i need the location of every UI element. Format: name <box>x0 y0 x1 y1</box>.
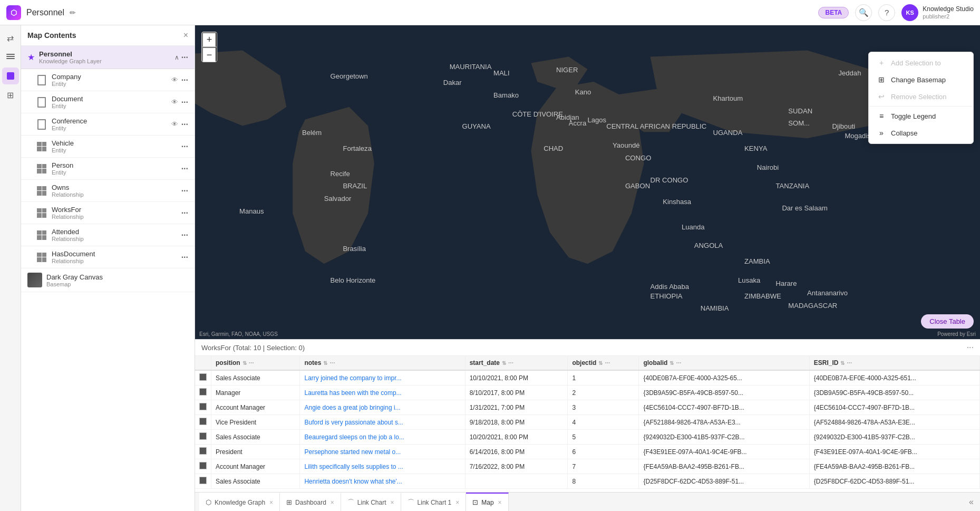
row-notes: Lilith specifically sells supplies to ..… <box>300 459 465 474</box>
layer-item-person[interactable]: Person Entity ··· <box>21 158 195 180</box>
layer-item-document[interactable]: Document Entity 👁 ··· <box>21 91 195 113</box>
table-row[interactable]: Vice President Buford is very passionate… <box>195 415 980 430</box>
tab-lc1-close[interactable]: × <box>455 499 459 506</box>
table-row[interactable]: Sales Associate Larry joined the company… <box>195 370 980 385</box>
search-button[interactable]: 🔍 <box>855 4 872 21</box>
svg-text:NIGER: NIGER <box>556 66 578 74</box>
row-check[interactable] <box>195 445 211 459</box>
row-check[interactable] <box>195 385 211 400</box>
tab-dash-close[interactable]: × <box>331 499 334 506</box>
eye-icon-company[interactable]: 👁 <box>171 76 178 84</box>
tab-dashboard[interactable]: ⊞ Dashboard × <box>280 493 341 512</box>
sort-objectid-icon[interactable]: ⇅ <box>598 360 603 366</box>
sort-notes-icon[interactable]: ⇅ <box>323 360 327 366</box>
layer-group-more-button[interactable]: ··· <box>181 53 188 62</box>
sidebar-collapse-button[interactable]: « <box>967 495 976 509</box>
topbar-left: ⬡ Personnel ✏ <box>6 5 76 20</box>
nav-icon-layers[interactable] <box>2 49 19 65</box>
layer-item-company[interactable]: Company Entity 👁 ··· <box>21 69 195 91</box>
table-row[interactable]: President Persephone started new metal o… <box>195 445 980 459</box>
tab-map-close[interactable]: × <box>498 499 502 506</box>
layer-item-owns[interactable]: Owns Relationship ··· <box>21 180 195 202</box>
table-row[interactable]: Account Manager Angie does a great job b… <box>195 400 980 415</box>
sort-start-date-icon[interactable]: ⇅ <box>502 360 506 366</box>
sort-position-icon[interactable]: ⇅ <box>242 360 247 366</box>
row-check[interactable] <box>195 415 211 430</box>
close-table-button[interactable]: Close Table <box>921 314 974 329</box>
layer-group: ★ Personnel Knowledge Graph Layer ∧ ··· <box>21 46 195 268</box>
row-objectid: 5 <box>568 430 639 445</box>
ctx-divider <box>869 106 973 107</box>
map-canvas[interactable]: BRAZIL CHAD Khartoum SUDAN Jeddah George… <box>195 25 980 339</box>
eye-icon-conference[interactable]: 👁 <box>171 120 178 128</box>
ctx-toggle-legend[interactable]: ≡ Toggle Legend <box>869 108 973 124</box>
row-check[interactable] <box>195 459 211 474</box>
row-check[interactable] <box>195 474 211 489</box>
layer-item-attended[interactable]: Attended Relationship ··· <box>21 224 195 246</box>
svg-text:Yaoundé: Yaoundé <box>613 141 639 149</box>
more-button-person[interactable]: ··· <box>181 164 188 173</box>
col-globalid-menu[interactable]: ··· <box>676 359 681 367</box>
table-header: WorksFor (Total: 10 | Selection: 0) ··· <box>195 340 980 356</box>
more-button-document[interactable]: ··· <box>181 98 188 107</box>
tab-link-chart-1[interactable]: ⌒ Link Chart 1 × <box>401 493 467 512</box>
sort-globalid-icon[interactable]: ⇅ <box>669 360 674 366</box>
eye-icon-document[interactable]: 👁 <box>171 98 178 106</box>
zoom-in-button[interactable]: + <box>202 32 217 47</box>
more-button-attended[interactable]: ··· <box>181 230 188 240</box>
sort-esri-id-icon[interactable]: ⇅ <box>840 360 845 366</box>
basemap-item[interactable]: Dark Gray Canvas Basemap <box>21 268 195 292</box>
nav-icon-connections[interactable]: ⇄ <box>2 30 19 46</box>
basemap-name: Dark Gray Canvas <box>46 273 188 281</box>
table-row[interactable]: Manager Lauretta has been with the comp.… <box>195 385 980 400</box>
sidebar-close-button[interactable]: × <box>183 31 188 40</box>
row-objectid: 3 <box>568 400 639 415</box>
layer-item-vehicle[interactable]: Vehicle Entity ··· <box>21 136 195 158</box>
row-position: Vice President <box>211 415 300 430</box>
layer-item-conference[interactable]: Conference Entity 👁 ··· <box>21 113 195 136</box>
more-button-vehicle[interactable]: ··· <box>181 142 188 151</box>
ctx-add-selection-label: Add Selection to <box>891 59 941 67</box>
col-objectid: objectid ⇅ ··· <box>568 356 639 370</box>
layer-group-header[interactable]: ★ Personnel Knowledge Graph Layer ∧ ··· <box>21 46 195 69</box>
col-notes-menu[interactable]: ··· <box>329 359 335 367</box>
nav-icon-map[interactable] <box>2 68 19 84</box>
more-button-hasdocument[interactable]: ··· <box>181 253 188 262</box>
row-check[interactable] <box>195 430 211 445</box>
sidebar-scroll[interactable]: ★ Personnel Knowledge Graph Layer ∧ ··· <box>21 46 195 511</box>
table-menu-button[interactable]: ··· <box>967 343 974 352</box>
tab-kg-close[interactable]: × <box>269 499 273 506</box>
row-notes: Beauregard sleeps on the job a lo... <box>300 430 465 445</box>
user-avatar: KS <box>901 4 918 21</box>
ctx-change-basemap[interactable]: ⊞ Change Basemap <box>869 71 973 88</box>
layer-item-hasdocument[interactable]: HasDocument Relationship ··· <box>21 246 195 268</box>
tab-lc-close[interactable]: × <box>391 499 394 506</box>
table-row[interactable]: Account Manager Lilith specifically sell… <box>195 459 980 474</box>
help-button[interactable]: ? <box>878 4 895 21</box>
layer-icon-company <box>36 74 47 86</box>
nav-icon-dashboard[interactable]: ⊞ <box>2 86 19 103</box>
tab-link-chart[interactable]: ⌒ Link Chart × <box>341 493 401 512</box>
col-position-menu[interactable]: ··· <box>249 359 254 367</box>
table-grid[interactable]: position ⇅ ··· notes ⇅ ··· <box>195 356 980 492</box>
col-objectid-menu[interactable]: ··· <box>605 359 610 367</box>
more-button-conference[interactable]: ··· <box>181 120 188 129</box>
edit-icon[interactable]: ✏ <box>70 8 76 17</box>
row-check[interactable] <box>195 400 211 415</box>
layer-item-worksfor[interactable]: WorksFor Relationship ··· <box>21 202 195 224</box>
table-row[interactable]: Sales Associate Beauregard sleeps on the… <box>195 430 980 445</box>
tab-map[interactable]: ⊡ Map × <box>466 493 508 512</box>
tab-knowledge-graph[interactable]: ⬡ Knowledge Graph × <box>199 493 280 512</box>
col-start-date-menu[interactable]: ··· <box>508 359 513 367</box>
more-button-worksfor[interactable]: ··· <box>181 208 188 218</box>
more-button-owns[interactable]: ··· <box>181 186 188 196</box>
table-row[interactable]: Sales Associate Henrietta doesn't know w… <box>195 474 980 489</box>
layer-name-worksfor: WorksFor <box>52 206 181 214</box>
more-button-company[interactable]: ··· <box>181 75 188 85</box>
collapse-chevron[interactable]: ∧ <box>174 54 179 61</box>
col-esri-id-menu[interactable]: ··· <box>847 359 852 367</box>
col-globalid-label: globalid <box>643 359 667 367</box>
zoom-out-button[interactable]: − <box>202 47 217 62</box>
ctx-collapse[interactable]: » Collapse <box>869 124 973 141</box>
row-check[interactable] <box>195 370 211 385</box>
